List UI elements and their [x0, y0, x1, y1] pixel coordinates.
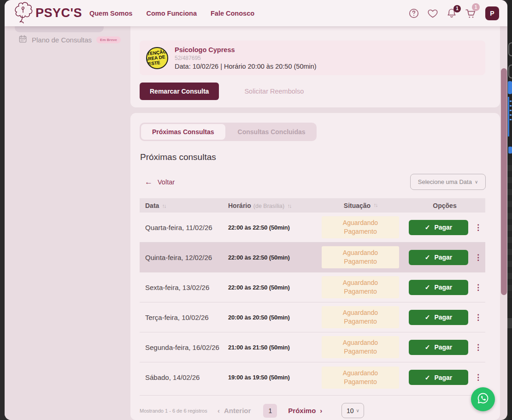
appointment-datetime: Data: 10/02/26 | Horário 20:00 às 20:50 … — [175, 63, 317, 70]
calendar-icon — [18, 35, 27, 45]
consultations-tabs: Próximas Consultas Consultas Concluidas — [140, 123, 317, 141]
whatsapp-fab[interactable] — [471, 387, 495, 411]
browser-window: PSYC'S Quem Somos Como Funciona Fale Con… — [5, 0, 507, 420]
sliver-dash — [510, 119, 512, 120]
status-badge: Aguardando Pagamento — [322, 246, 399, 268]
sidebar: Plano de Consultas Em Breve — [5, 26, 130, 420]
cart-badge: 1 — [472, 3, 480, 11]
sliver-blue-line — [508, 97, 509, 136]
sliver-outline-1 — [508, 42, 512, 56]
next-page-button[interactable]: Próximo › — [288, 407, 322, 414]
psychologist-code: 52/487695 — [175, 55, 317, 61]
current-page-button[interactable]: 1 — [263, 404, 277, 418]
consultations-table: Data↑↓ Horário(de Brasília)↑↓ Situação↑↓… — [140, 198, 485, 392]
refund-link[interactable]: Solicitar Reembolso — [244, 88, 304, 95]
row-date: Terça-feira, 10/02/26 — [140, 314, 228, 321]
page-size-select[interactable]: 10 ∨ — [341, 403, 364, 418]
psychologist-name: Psicologo Cypress — [175, 46, 317, 53]
navbar-icons: 1 1 P — [408, 6, 499, 20]
header-horario[interactable]: Horário(de Brasília)↑↓ — [228, 202, 317, 209]
page-title: Próximas consultas — [140, 152, 216, 162]
row-time: 22:00 às 22:50 (50min) — [228, 224, 317, 231]
row-menu-kebab-icon[interactable]: ⋮ — [474, 223, 482, 232]
pay-button[interactable]: ✓Pagar — [409, 340, 468, 355]
brain-logo-icon — [13, 1, 33, 25]
table-row: Sábado, 14/02/26 19:00 às 19:50 (50min) … — [140, 362, 485, 392]
appointment-detail-panel: ATENÇÃO ÁREA DE TESTE Psicologo Cypress … — [130, 26, 500, 107]
table-row: Quinta-feira, 12/02/26 22:00 às 22:50 (5… — [140, 243, 485, 272]
row-time: 21:00 às 21:50 (50min) — [228, 344, 317, 351]
pay-button[interactable]: ✓Pagar — [409, 370, 468, 385]
brand-logo[interactable]: PSYC'S — [13, 1, 82, 25]
header-situacao[interactable]: Situação↑↓ — [317, 202, 404, 209]
tab-consultas-concluidas[interactable]: Consultas Concluidas — [227, 124, 317, 140]
user-avatar[interactable]: P — [485, 6, 499, 20]
row-menu-kebab-icon[interactable]: ⋮ — [474, 343, 482, 352]
brand-name: PSYC'S — [35, 6, 82, 20]
sidebar-item-partial[interactable] — [15, 26, 104, 32]
row-time: 22:00 às 22:50 (50min) — [228, 284, 317, 291]
row-date: Quinta-feira, 12/02/26 — [140, 254, 228, 261]
vertical-scrollbar[interactable] — [501, 68, 507, 295]
notifications-bell-icon[interactable]: 1 — [446, 7, 458, 19]
next-chevron-icon: › — [320, 407, 322, 414]
em-breve-badge: Em Breve — [96, 36, 121, 43]
row-time: 19:00 às 19:50 (50min) — [228, 374, 317, 381]
appointment-actions: Remarcar Consulta Solicitar Reembolso — [140, 83, 304, 100]
table-row: Quarta-feira, 11/02/26 22:00 às 22:50 (5… — [140, 213, 485, 243]
sliver-dash — [510, 110, 512, 111]
header-opcoes: Opções — [404, 202, 485, 209]
sliver-blue-block — [508, 81, 512, 94]
previous-page-button[interactable]: ‹ Anterior — [218, 407, 251, 414]
status-badge: Aguardando Pagamento — [322, 367, 399, 389]
nav-link-como-funciona[interactable]: Como Funciona — [146, 10, 197, 17]
date-filter-select[interactable]: Selecione uma Data ∨ — [410, 174, 486, 190]
sliver-light-row — [507, 318, 512, 328]
check-icon: ✓ — [425, 254, 430, 261]
table-row: Terça-feira, 10/02/26 20:00 às 20:50 (50… — [140, 302, 485, 332]
sliver-dash — [510, 114, 512, 116]
row-menu-kebab-icon[interactable]: ⋮ — [474, 313, 482, 322]
table-header: Data↑↓ Horário(de Brasília)↑↓ Situação↑↓… — [140, 198, 485, 213]
pay-button[interactable]: ✓Pagar — [409, 310, 468, 325]
sort-icon: ↑↓ — [162, 203, 165, 209]
check-icon: ✓ — [425, 314, 430, 321]
pay-button[interactable]: ✓Pagar — [409, 250, 468, 265]
help-icon[interactable] — [408, 7, 420, 19]
pay-button[interactable]: ✓Pagar — [409, 280, 468, 295]
sliver-outline-2 — [508, 65, 512, 78]
status-badge: Aguardando Pagamento — [322, 306, 399, 328]
records-summary: Mostrando 1 - 6 de 6 registros — [140, 408, 218, 414]
sidebar-item-plano-de-consultas[interactable]: Plano de Consultas Em Breve — [18, 35, 121, 45]
row-menu-kebab-icon[interactable]: ⋮ — [474, 373, 482, 382]
row-time: 20:00 às 20:50 (50min) — [228, 314, 317, 321]
sidebar-item-label: Plano de Consultas — [32, 36, 92, 44]
back-label: Voltar — [158, 178, 175, 186]
nav-link-quem-somos[interactable]: Quem Somos — [89, 10, 132, 17]
sort-icon: ↑↓ — [287, 203, 291, 209]
sliver-dash — [510, 101, 512, 102]
table-row: Segunda-feira, 16/02/26 21:00 às 21:50 (… — [140, 332, 485, 362]
favorites-heart-icon[interactable] — [427, 7, 439, 19]
main-nav: Quem Somos Como Funciona Fale Conosco — [89, 10, 254, 17]
cart-icon[interactable]: 1 — [465, 7, 477, 19]
header-data[interactable]: Data↑↓ — [140, 202, 228, 209]
chevron-down-icon: ∨ — [475, 179, 478, 184]
row-date: Segunda-feira, 16/02/26 — [140, 343, 228, 351]
row-menu-kebab-icon[interactable]: ⋮ — [474, 253, 482, 262]
notification-badge: 1 — [453, 5, 461, 12]
nav-link-fale-conosco[interactable]: Fale Conosco — [211, 10, 254, 17]
check-icon: ✓ — [425, 284, 430, 291]
table-row: Sexta-feira, 13/02/26 22:00 às 22:50 (50… — [140, 272, 485, 302]
row-time: 22:00 às 22:50 (50min) — [228, 254, 317, 261]
reschedule-button[interactable]: Remarcar Consulta — [140, 83, 219, 100]
screen: PSYC'S Quem Somos Como Funciona Fale Con… — [0, 0, 512, 420]
back-link[interactable]: ← Voltar — [145, 177, 175, 187]
row-menu-kebab-icon[interactable]: ⋮ — [474, 283, 482, 292]
background-app-sliver — [507, 0, 512, 420]
tab-proximas-consultas[interactable]: Próximas Consultas — [141, 124, 225, 140]
consultations-panel: Próximas Consultas Consultas Concluidas … — [130, 113, 500, 420]
avatar-test-label: ATENÇÃO ÁREA DE TESTE — [146, 49, 168, 67]
pay-button[interactable]: ✓Pagar — [409, 220, 468, 235]
prev-chevron-icon: ‹ — [218, 407, 220, 414]
